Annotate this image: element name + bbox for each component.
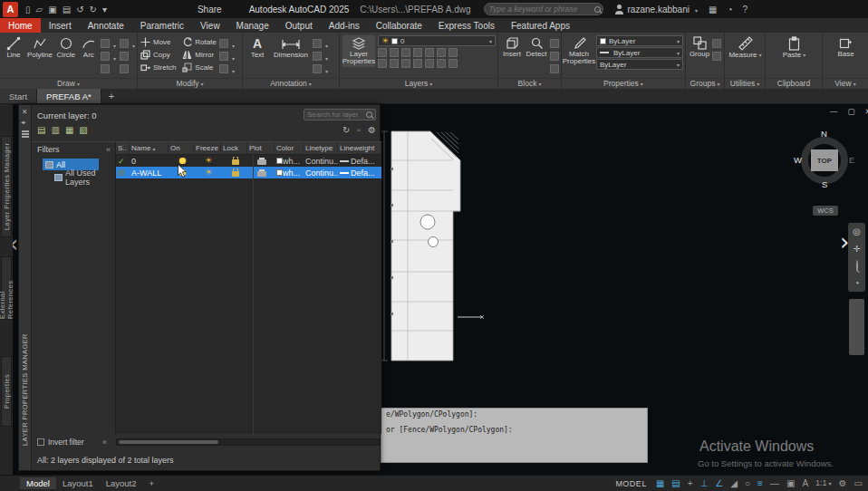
canvas-side-grip[interactable]: [849, 299, 864, 355]
filters-collapse-icon[interactable]: «: [106, 145, 111, 154]
filter-tree-all-used-layers[interactable]: All Used Layers: [52, 171, 115, 183]
transparency-icon[interactable]: ▣: [786, 477, 795, 490]
clean-screen-icon[interactable]: ▭: [854, 477, 863, 490]
tab-home[interactable]: Home: [0, 18, 41, 33]
lineweight-icon[interactable]: ―: [770, 477, 779, 490]
new-drawing-tab-button[interactable]: +: [101, 89, 121, 103]
palette-menu-icon[interactable]: [22, 130, 29, 132]
orbit-icon[interactable]: ◔: [854, 278, 859, 288]
panel-label-view[interactable]: View: [823, 78, 868, 89]
spline-tool-icon[interactable]: [101, 64, 110, 73]
layout2-tab[interactable]: Layout2: [100, 477, 143, 489]
layer-prev-icon[interactable]: [437, 48, 446, 57]
base-tool[interactable]: Base: [834, 35, 859, 58]
panel-label-block[interactable]: Block: [498, 78, 561, 89]
layer-freeze-sun-icon[interactable]: ☀: [205, 157, 212, 165]
markup-caret-icon[interactable]: [323, 61, 328, 77]
layer-search-input[interactable]: [307, 111, 364, 119]
dimension-tool[interactable]: Dimension: [272, 35, 310, 59]
layer-unisolate-icon[interactable]: [390, 59, 399, 68]
notification-icon[interactable]: ◔: [727, 5, 732, 14]
tab-insert[interactable]: Insert: [41, 18, 80, 33]
isodraft-icon[interactable]: ◢: [730, 477, 738, 490]
block-attributes-icon[interactable]: [550, 52, 559, 61]
layer-isolate-icon[interactable]: [390, 48, 399, 57]
ellipse-caret-icon[interactable]: [111, 48, 116, 64]
ortho-icon[interactable]: ⊥: [700, 477, 709, 490]
insert-tool[interactable]: Insert: [501, 35, 523, 58]
block-edit-icon[interactable]: [550, 39, 559, 48]
polyline-tool[interactable]: Polyline: [27, 35, 53, 59]
command-window[interactable]: e/WPolygon/CPolygon]: or [Fence/WPolygon…: [381, 408, 648, 463]
viewcube-east[interactable]: E: [849, 155, 854, 165]
share-button[interactable]: Share: [198, 5, 222, 14]
layer-thaw-icon[interactable]: [401, 59, 410, 68]
arc-tool[interactable]: Arc: [80, 35, 98, 59]
file-tab-prefab-a[interactable]: PREFAB A*: [37, 89, 101, 103]
layer-states-manager-icon[interactable]: ▦: [65, 125, 73, 135]
qat-more-icon[interactable]: ▾: [102, 5, 107, 14]
grid-icon[interactable]: ▦: [656, 477, 664, 490]
panel-label-properties[interactable]: Properties: [562, 78, 685, 89]
gradient-tool-icon[interactable]: [120, 52, 129, 61]
layer-merge-icon[interactable]: [448, 59, 458, 68]
object-color-dropdown[interactable]: ByLayer: [596, 35, 683, 46]
move-tool[interactable]: Move: [140, 36, 176, 48]
viewcube-top-face[interactable]: TOP: [811, 149, 838, 171]
lineweight-dropdown[interactable]: ByLayer: [596, 47, 683, 58]
tab-addins[interactable]: Add-ins: [321, 18, 368, 33]
copy-tool[interactable]: Copy: [140, 49, 176, 61]
table-tool-icon[interactable]: [313, 52, 322, 61]
rotate-tool[interactable]: Rotate: [182, 36, 217, 48]
layer-linetype[interactable]: Continu...: [305, 168, 338, 178]
mirror-tool[interactable]: Mirror: [182, 49, 217, 61]
close-icon[interactable]: ✕: [865, 107, 868, 116]
layer-unlock-icon[interactable]: [413, 59, 422, 68]
tab-output[interactable]: Output: [277, 18, 321, 33]
col-name[interactable]: Name ▴: [130, 142, 169, 154]
layer-freeze-tool-icon[interactable]: [401, 48, 410, 57]
steering-wheel-icon[interactable]: ◎: [853, 226, 861, 236]
markup-tool-icon[interactable]: [313, 64, 322, 73]
layer-list-header[interactable]: S.. Name ▴ On Freeze Lock Plot Color Lin…: [116, 142, 381, 155]
palette-autohide-icon[interactable]: ◂▸: [21, 119, 25, 126]
app-store-icon[interactable]: ▦: [709, 5, 717, 14]
line-tool[interactable]: Line: [3, 35, 24, 59]
leader-tool-icon[interactable]: [313, 39, 322, 48]
group-tool[interactable]: Group: [689, 35, 710, 58]
dock-tab-properties[interactable]: Properties: [1, 356, 12, 427]
help-search-box[interactable]: [484, 3, 603, 15]
layer-lock-icon[interactable]: [413, 48, 422, 57]
layer-lineweight[interactable]: Defa...: [351, 157, 375, 166]
new-layer-icon[interactable]: ▧: [79, 125, 87, 135]
layer-lock-icon[interactable]: [232, 171, 239, 177]
autocad-logo-menu[interactable]: A: [3, 2, 18, 17]
layer-match-icon[interactable]: [425, 48, 434, 57]
layer-current-icon[interactable]: [425, 59, 434, 68]
ellipse-tool-icon[interactable]: [101, 52, 110, 61]
layer-copy-objects-icon[interactable]: [437, 59, 446, 68]
layer-color-swatch[interactable]: [276, 169, 283, 176]
layer-dropdown[interactable]: ☀ 0: [378, 35, 496, 46]
tab-manage[interactable]: Manage: [228, 18, 277, 33]
object-snap-icon[interactable]: ≡: [757, 477, 763, 490]
array-tool-icon[interactable]: [219, 64, 228, 73]
help-search-input[interactable]: [489, 5, 591, 14]
tab-collaborate[interactable]: Collaborate: [368, 18, 430, 33]
polar-tracking-icon[interactable]: ∠: [715, 477, 723, 490]
layer-plot-icon[interactable]: [257, 159, 266, 165]
dock-tab-external-references[interactable]: External References: [1, 256, 12, 320]
panel-label-modify[interactable]: Modify: [138, 78, 242, 89]
layer-color-swatch[interactable]: [276, 158, 283, 164]
viewcube[interactable]: TOP N W S E: [796, 131, 854, 189]
pan-icon[interactable]: ✛: [853, 244, 860, 254]
block-create-icon[interactable]: [550, 64, 559, 73]
layer-walk-icon[interactable]: [448, 48, 458, 57]
undo-icon[interactable]: ↺: [76, 5, 83, 14]
tab-annotate[interactable]: Annotate: [80, 18, 132, 33]
layer-row-a-wall[interactable]: A-WALL ☀ wh... Continu... Defa...: [116, 167, 381, 178]
col-plot[interactable]: Plot: [247, 142, 275, 154]
redo-icon[interactable]: ↻: [90, 5, 97, 14]
refresh-icon[interactable]: ↻: [342, 125, 350, 135]
tab-parametric[interactable]: Parametric: [132, 18, 192, 33]
